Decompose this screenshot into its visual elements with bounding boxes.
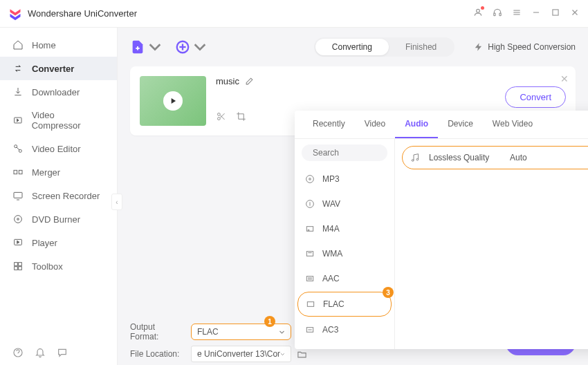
remove-file-button[interactable]: ✕: [560, 73, 569, 84]
sidebar-item-toolbox[interactable]: Toolbox: [0, 254, 117, 278]
close-icon[interactable]: [570, 8, 580, 20]
output-format-label: Output Format:: [130, 322, 185, 341]
output-format-dropdown[interactable]: FLAC 1: [191, 324, 291, 340]
high-speed-toggle[interactable]: High Speed Conversion: [474, 42, 576, 52]
play-icon[interactable]: [163, 91, 183, 111]
chevron-down-icon: [147, 39, 163, 55]
toolbar: Converting Finished High Speed Conversio…: [130, 37, 576, 57]
sidebar-item-downloader[interactable]: Downloader: [0, 80, 117, 104]
minimize-icon[interactable]: [531, 8, 541, 20]
tab-finished[interactable]: Finished: [389, 39, 453, 55]
sidebar-label: Home: [32, 40, 56, 50]
format-aac[interactable]: AAC: [295, 266, 394, 291]
menu-icon[interactable]: [512, 8, 522, 20]
content-area: Converting Finished High Speed Conversio…: [118, 28, 588, 365]
file-location-dropdown[interactable]: e UniConverter 13\Converted: [191, 346, 291, 362]
callout-1: 1: [264, 316, 275, 327]
app-title: Wondershare UniConverter: [28, 8, 473, 19]
quality-value: Auto: [510, 153, 588, 162]
sidebar-item-recorder[interactable]: Screen Recorder: [0, 184, 117, 207]
svg-rect-1: [494, 13, 495, 16]
sidebar-item-editor[interactable]: Video Editor: [0, 137, 117, 160]
sidebar-label: Video Editor: [32, 144, 81, 154]
svg-point-28: [218, 113, 221, 116]
bell-icon[interactable]: [35, 347, 46, 358]
sidebar: Home Converter Downloader Video Compress…: [0, 28, 118, 365]
sidebar-label: Downloader: [32, 87, 80, 97]
svg-point-35: [309, 178, 311, 180]
svg-point-19: [17, 218, 19, 221]
format-mp3[interactable]: MP3: [295, 167, 394, 191]
sidebar-label: Merger: [32, 167, 60, 178]
help-icon[interactable]: [12, 347, 24, 358]
sidebar-label: Converter: [32, 64, 74, 74]
sidebar-item-converter[interactable]: Converter: [0, 57, 117, 80]
sidebar-item-player[interactable]: Player: [0, 231, 117, 254]
svg-line-13: [17, 147, 19, 150]
edit-icon[interactable]: [245, 77, 254, 86]
headset-icon[interactable]: [493, 8, 502, 20]
format-m4a[interactable]: M4A: [295, 216, 394, 241]
add-link-button[interactable]: [175, 39, 208, 55]
file-thumbnail[interactable]: [140, 76, 206, 126]
account-icon[interactable]: [473, 8, 483, 20]
sidebar-label: Toolbox: [32, 261, 63, 272]
popup-tab-audio[interactable]: Audio: [395, 111, 438, 138]
svg-point-34: [306, 176, 314, 183]
svg-rect-39: [306, 252, 313, 256]
sidebar-item-dvd[interactable]: DVD Burner: [0, 207, 117, 231]
sidebar-label: Screen Recorder: [32, 191, 100, 201]
svg-point-43: [412, 160, 414, 162]
titlebar: Wondershare UniConverter: [0, 0, 588, 28]
chevron-down-icon: [279, 329, 285, 335]
format-popup: Recently Video Audio Device Web Video MP…: [295, 111, 588, 349]
format-flac[interactable]: FLAC 3: [297, 292, 392, 317]
sidebar-item-compressor[interactable]: Video Compressor: [0, 104, 117, 137]
svg-rect-14: [14, 170, 17, 174]
popup-tab-device[interactable]: Device: [438, 111, 483, 138]
svg-point-44: [416, 158, 419, 160]
file-name: music: [216, 76, 239, 86]
chevron-down-icon: [280, 351, 285, 357]
trim-icon[interactable]: [216, 111, 226, 122]
tab-converting[interactable]: Converting: [315, 39, 389, 55]
popup-tab-web[interactable]: Web Video: [483, 111, 542, 138]
status-tabs: Converting Finished: [314, 37, 454, 57]
convert-button[interactable]: Convert: [505, 86, 566, 108]
add-file-button[interactable]: [130, 39, 163, 55]
svg-rect-21: [15, 263, 18, 266]
sidebar-item-home[interactable]: Home: [0, 33, 117, 57]
quality-option[interactable]: Lossless Quality Auto 4: [402, 146, 588, 169]
help-icons: [12, 347, 68, 358]
format-ac3[interactable]: AC3: [295, 317, 394, 342]
svg-point-18: [15, 216, 22, 223]
maximize-icon[interactable]: [551, 8, 560, 20]
format-wma[interactable]: WMA: [295, 241, 394, 266]
sidebar-label: Video Compressor: [32, 110, 104, 131]
chevron-down-icon: [192, 39, 208, 55]
quality-label: Lossless Quality: [429, 153, 502, 162]
feedback-icon[interactable]: [57, 347, 68, 358]
svg-rect-7: [553, 9, 558, 15]
sidebar-label: Player: [32, 238, 57, 248]
svg-rect-15: [19, 170, 22, 174]
app-logo-icon: [8, 7, 22, 21]
format-search[interactable]: [302, 144, 387, 161]
svg-rect-23: [15, 267, 18, 270]
file-location-label: File Location:: [130, 349, 185, 359]
sidebar-label: DVD Burner: [32, 214, 80, 225]
callout-3: 3: [383, 287, 394, 298]
popup-tab-recently[interactable]: Recently: [303, 111, 355, 138]
svg-rect-2: [499, 13, 501, 16]
svg-rect-16: [14, 192, 22, 198]
popup-tab-video[interactable]: Video: [355, 111, 395, 138]
svg-rect-41: [307, 302, 313, 307]
crop-icon[interactable]: [236, 111, 246, 122]
svg-point-29: [218, 118, 221, 120]
svg-point-0: [477, 9, 480, 12]
format-wav[interactable]: WAV: [295, 191, 394, 216]
svg-rect-24: [19, 267, 22, 270]
sidebar-item-merger[interactable]: Merger: [0, 160, 117, 184]
folder-icon[interactable]: [297, 349, 307, 359]
svg-rect-22: [19, 263, 22, 266]
